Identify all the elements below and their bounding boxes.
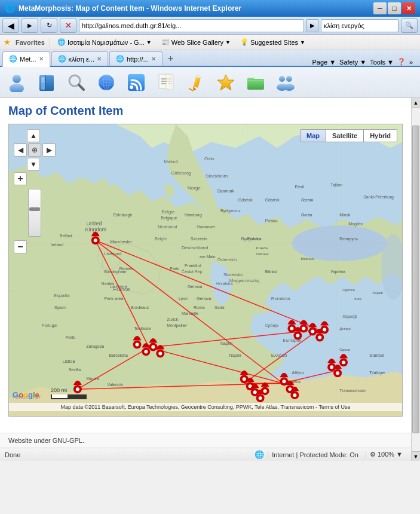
tab-2[interactable]: 🌐 http://... ✕ xyxy=(109,51,163,66)
minimize-button[interactable]: ─ xyxy=(373,2,387,14)
new-tab-button[interactable]: + xyxy=(164,51,178,66)
zoom-handle xyxy=(29,207,40,211)
search-input[interactable] xyxy=(321,19,398,32)
svg-text:Genova: Genova xyxy=(197,296,211,301)
stop-button[interactable]: ✕ xyxy=(60,19,76,33)
svg-text:Szczecin: Szczecin xyxy=(191,237,207,241)
protected-mode: Internet | Protected Mode: On xyxy=(268,451,362,458)
map-zoom-in-button[interactable]: + xyxy=(14,172,27,185)
toolbar-icon-book[interactable] xyxy=(33,69,60,96)
svg-text:Belgique: Belgique xyxy=(161,216,177,221)
map-type-map[interactable]: Map xyxy=(301,130,326,142)
svg-text:am Main: am Main xyxy=(200,255,216,259)
map-type-hybrid[interactable]: Hybrid xyxy=(364,130,397,142)
svg-line-9 xyxy=(79,85,84,90)
svg-text:Lisboa: Lisboa xyxy=(63,359,75,363)
refresh-button[interactable]: ↻ xyxy=(41,19,57,33)
favorites-item-webslice[interactable]: 📰 Web Slice Gallery ▼ xyxy=(159,37,233,47)
help-button[interactable]: ❓ xyxy=(397,58,406,66)
address-input[interactable] xyxy=(79,19,304,32)
svg-text:Eesti: Eesti xyxy=(295,185,305,189)
scrollbar-thumb[interactable] xyxy=(412,126,419,433)
map-zoom-out-button[interactable]: − xyxy=(14,240,27,253)
svg-text:Hrvatska: Hrvatska xyxy=(216,282,233,286)
title-bar: 🌐 MetaMorphosis: Map of Content Item - W… xyxy=(0,0,420,17)
map-down-button[interactable]: ▼ xyxy=(27,158,40,171)
tab-1[interactable]: 🌐 κλίση ε... ✕ xyxy=(51,51,108,66)
svg-text:Lyon: Lyon xyxy=(179,296,188,301)
svg-text:Genova: Genova xyxy=(188,284,203,289)
map-left-button[interactable]: ◀ xyxy=(14,143,27,157)
toolbar-icon-magnifier[interactable] xyxy=(63,69,90,96)
status-done: Done xyxy=(5,451,20,458)
tab-0[interactable]: 🌐 Met... ✕ xyxy=(2,51,50,67)
svg-text:Polska: Polska xyxy=(247,236,262,241)
zoom-text: ⚙ xyxy=(370,451,378,458)
toolbar-icon-document[interactable] xyxy=(153,69,179,96)
toolbar-icon-globe[interactable] xyxy=(93,69,119,96)
svg-text:Česká Rep.: Česká Rep. xyxy=(182,269,203,274)
map-up-button[interactable]: ▲ xyxy=(27,129,40,142)
toolbar-icon-pencil[interactable] xyxy=(183,69,209,96)
suggested-icon: 💡 xyxy=(240,38,249,46)
go-button[interactable]: ▶ xyxy=(306,19,318,32)
star-icon xyxy=(216,73,235,92)
favorites-item-isotimia[interactable]: 🌐 Ισοτιμία Νομισμάτων - G... ▼ xyxy=(55,37,154,47)
svg-text:Харків: Харків xyxy=(372,291,383,295)
svg-text:Belgïe: Belgïe xyxy=(155,237,167,241)
svg-text:Murcia: Murcia xyxy=(87,377,99,381)
maximize-button[interactable]: □ xyxy=(388,2,401,14)
svg-text:Toulouse: Toulouse xyxy=(134,326,151,331)
toolbar-icon-rss[interactable] xyxy=(123,69,149,96)
svg-text:Αθήνα: Αθήνα xyxy=(292,371,304,375)
toolbar-icon-folder[interactable] xyxy=(243,69,269,96)
webslice-dropdown-icon: ▼ xyxy=(225,39,231,45)
toolbar-icon-person[interactable] xyxy=(4,69,30,96)
svg-text:Kingdom: Kingdom xyxy=(85,227,106,232)
map-zoom-slider[interactable] xyxy=(28,189,41,237)
scale-label: 200 mi xyxy=(51,387,67,393)
more-button[interactable]: » xyxy=(409,59,413,66)
toolbar-icon-people[interactable] xyxy=(272,69,299,96)
outer-scrollbar[interactable]: ▲ ▼ xyxy=(411,98,420,461)
safety-menu[interactable]: Safety ▼ xyxy=(339,59,366,66)
scrollbar-up-arrow[interactable]: ▲ xyxy=(412,98,420,108)
tools-menu[interactable]: Tools ▼ xyxy=(370,59,394,66)
pencil-icon xyxy=(186,73,206,92)
map-center-button[interactable]: ⊕ xyxy=(28,143,41,157)
map-right-button[interactable]: ▶ xyxy=(42,143,56,157)
webslice-icon: 📰 xyxy=(161,38,170,46)
toolbar-icon-star[interactable] xyxy=(213,69,239,96)
svg-text:Türkiye: Türkiye xyxy=(369,370,385,375)
svg-point-8 xyxy=(70,77,79,85)
svg-text:İstanbul: İstanbul xyxy=(369,353,384,357)
search-button[interactable]: 🔍 xyxy=(401,19,418,33)
forward-button[interactable]: ▶ xyxy=(22,19,38,33)
svg-text:Bârlad: Bârlad xyxy=(265,270,277,274)
tab-2-close[interactable]: ✕ xyxy=(151,56,156,62)
back-button[interactable]: ◀ xyxy=(2,19,19,33)
svg-text:United: United xyxy=(87,221,102,227)
map-nav-cross: ◀ ⊕ ▶ xyxy=(14,143,56,157)
svg-text:Le Havre: Le Havre xyxy=(110,284,127,289)
map-container[interactable]: United Kingdom Norge France Deutschland … xyxy=(8,124,403,417)
tab-0-close[interactable]: ✕ xyxy=(39,56,44,62)
page-wrapper: Map of Content Item xyxy=(0,98,420,461)
svg-text:Sevilla: Sevilla xyxy=(69,368,81,372)
scrollbar-down-arrow[interactable]: ▼ xyxy=(412,451,420,461)
svg-rect-22 xyxy=(166,74,173,90)
svg-text:Zurich: Zurich xyxy=(167,317,178,322)
svg-text:Porto: Porto xyxy=(66,335,76,339)
tab-1-close[interactable]: ✕ xyxy=(97,56,102,62)
zoom-value: 100% xyxy=(378,451,394,458)
page-main: Map of Content Item xyxy=(0,98,411,461)
close-button[interactable]: ✕ xyxy=(402,2,415,14)
page-menu[interactable]: Page ▼ xyxy=(312,59,336,66)
main-toolbar xyxy=(0,67,420,98)
window-title: MetaMorphosis: Map of Content Item - Win… xyxy=(19,4,370,13)
magnifier-icon xyxy=(67,73,86,92)
webslice-label: Web Slice Gallery xyxy=(171,39,223,46)
map-type-satellite[interactable]: Satellite xyxy=(326,130,364,142)
favorites-label: Favorites xyxy=(16,39,45,46)
favorites-item-suggested[interactable]: 💡 Suggested Sites ▼ xyxy=(238,37,308,47)
